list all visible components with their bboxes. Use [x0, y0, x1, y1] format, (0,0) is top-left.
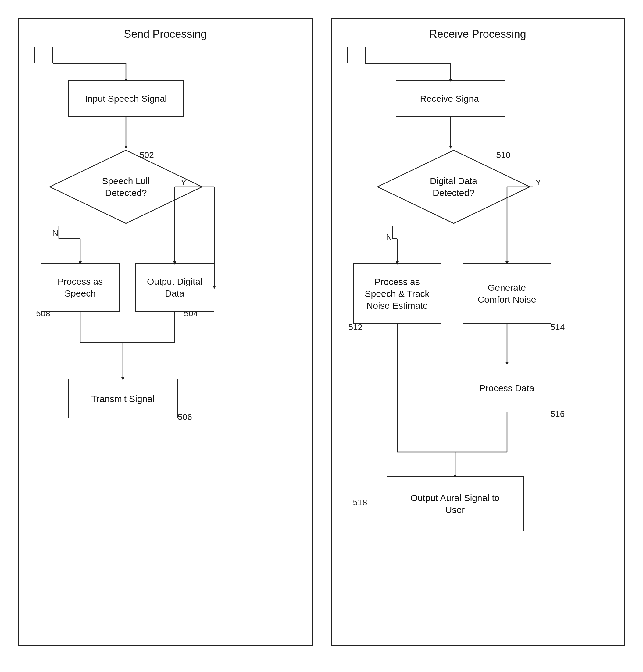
speech-lull-diamond: Speech Lull Detected? — [47, 147, 205, 227]
send-processing-title: Send Processing — [19, 28, 312, 40]
ref-508: 508 — [36, 309, 50, 318]
ref-504: 504 — [184, 309, 198, 318]
input-speech-signal-box: Input Speech Signal — [68, 80, 184, 117]
receive-processing-title: Receive Processing — [332, 28, 624, 40]
svg-text:N: N — [386, 233, 392, 242]
ref-510: 510 — [496, 150, 511, 160]
svg-text:N: N — [52, 228, 58, 237]
ref-518: 518 — [353, 498, 367, 508]
page: Send Processing Input Speech Signal Spee… — [0, 0, 643, 672]
loop-notch-receive — [347, 47, 365, 63]
process-speech-box: Process as Speech — [40, 263, 120, 312]
receive-signal-box: Receive Signal — [396, 80, 506, 117]
diagrams-container: Send Processing Input Speech Signal Spee… — [18, 18, 625, 654]
ref-514: 514 — [550, 322, 565, 332]
send-processing-diagram: Send Processing Input Speech Signal Spee… — [18, 18, 313, 646]
process-speech-noise-box: Process as Speech & Track Noise Estimate — [353, 263, 441, 324]
ref-516: 516 — [550, 409, 565, 419]
ref-512: 512 — [349, 322, 363, 332]
svg-text:Y: Y — [535, 178, 541, 187]
ref-502: 502 — [139, 150, 154, 160]
output-aural-box: Output Aural Signal to User — [387, 476, 524, 531]
process-data-box: Process Data — [463, 364, 551, 412]
receive-processing-diagram: Receive Processing Receive Signal Digita… — [331, 18, 625, 646]
output-digital-box: Output Digital Data — [135, 263, 214, 312]
generate-comfort-box: Generate Comfort Noise — [463, 263, 551, 324]
ref-506: 506 — [178, 412, 192, 422]
transmit-signal-box: Transmit Signal — [68, 379, 178, 418]
loop-notch-send — [35, 47, 53, 63]
